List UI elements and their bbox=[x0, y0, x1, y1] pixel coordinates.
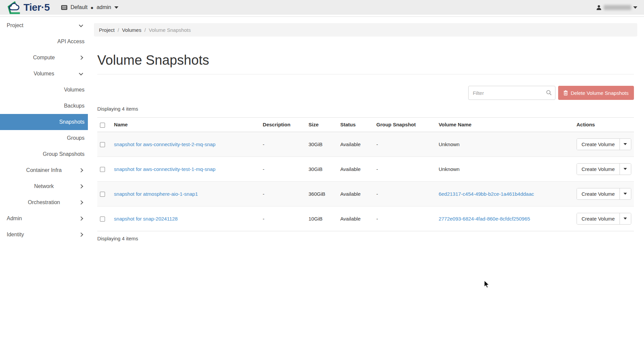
sidebar-item-container-infra[interactable]: Container Infra bbox=[0, 162, 88, 178]
trash-icon bbox=[564, 90, 568, 96]
chevron-down-icon bbox=[624, 193, 627, 195]
sidebar-item-admin[interactable]: Admin bbox=[0, 210, 88, 227]
sidebar-item-groups[interactable]: Groups bbox=[0, 130, 88, 146]
sidebar-item-orchestration[interactable]: Orchestration bbox=[0, 194, 88, 210]
select-all-checkbox[interactable] bbox=[100, 123, 105, 128]
status-cell: Available bbox=[337, 132, 374, 157]
sidebar-item-project[interactable]: Project bbox=[0, 17, 88, 34]
chevron-right-icon bbox=[79, 233, 83, 237]
sidebar-item-label: Compute bbox=[33, 55, 55, 61]
table-toolbar: Delete Volume Snapshots bbox=[97, 86, 634, 100]
chevron-down-icon bbox=[114, 6, 118, 9]
breadcrumb: Project / Volumes / Volume Snapshots bbox=[94, 23, 637, 37]
description-cell: - bbox=[260, 181, 306, 206]
status-cell: Available bbox=[337, 181, 374, 206]
column-header-actions: Actions bbox=[574, 118, 634, 132]
context-project: admin bbox=[97, 4, 111, 10]
sidebar-item-label: Backups bbox=[64, 103, 85, 109]
user-menu[interactable] bbox=[596, 5, 637, 10]
sidebar-item-compute[interactable]: Compute bbox=[0, 50, 88, 66]
row-actions: Create Volume bbox=[577, 138, 631, 150]
column-header-size: Size bbox=[306, 118, 338, 132]
breadcrumb-project[interactable]: Project bbox=[99, 27, 115, 33]
sidebar-item-network[interactable]: Network bbox=[0, 178, 88, 194]
row-actions: Create Volume bbox=[577, 188, 631, 200]
table-row: snapshot for aws-connectivity-test-1-mq-… bbox=[97, 157, 634, 181]
brand-logo[interactable]: Tier·5 bbox=[7, 1, 50, 14]
volume-name-link[interactable]: 2772e093-6824-4fad-860e-8cfdcf250965 bbox=[439, 216, 530, 222]
volume-name-link[interactable]: 6ed21317-c454-49bb-b2ce-1a461b4ddaac bbox=[439, 191, 534, 197]
row-checkbox[interactable] bbox=[100, 192, 105, 197]
snapshot-name-link[interactable]: snapshot for snap-20241128 bbox=[114, 216, 178, 222]
main-content: Project / Volumes / Volume Snapshots Vol… bbox=[88, 17, 644, 362]
group-snapshot-cell: - bbox=[374, 132, 436, 157]
actions-dropdown-toggle[interactable] bbox=[620, 188, 631, 199]
description-cell: - bbox=[260, 206, 306, 231]
context-dot-icon: ● bbox=[91, 5, 94, 10]
row-checkbox[interactable] bbox=[100, 167, 105, 172]
column-header-name[interactable]: Name bbox=[111, 118, 260, 132]
row-checkbox[interactable] bbox=[100, 142, 105, 147]
context-domain: Default bbox=[70, 4, 88, 10]
app-header: Tier·5 Default ● admin bbox=[0, 0, 644, 15]
status-cell: Available bbox=[337, 157, 374, 181]
chevron-right-icon bbox=[79, 184, 83, 189]
breadcrumb-volumes[interactable]: Volumes bbox=[122, 27, 142, 33]
search-icon bbox=[546, 90, 552, 96]
create-volume-button[interactable]: Create Volume bbox=[577, 164, 620, 175]
row-checkbox[interactable] bbox=[100, 217, 105, 222]
snapshot-name-link[interactable]: snapshot for aws-connectivity-test-2-mq-… bbox=[114, 141, 216, 147]
breadcrumb-current: Volume Snapshots bbox=[149, 27, 191, 33]
chevron-down-icon bbox=[79, 23, 83, 27]
column-header-volume-name: Volume Name bbox=[436, 118, 574, 132]
size-cell: 10GiB bbox=[306, 206, 338, 231]
snapshot-name-link[interactable]: snapshot for aws-connectivity-test-1-mq-… bbox=[114, 166, 216, 172]
row-actions: Create Volume bbox=[577, 213, 631, 225]
actions-dropdown-toggle[interactable] bbox=[620, 139, 631, 150]
chevron-down-icon bbox=[79, 71, 83, 75]
delete-button-label: Delete Volume Snapshots bbox=[571, 90, 629, 96]
snapshot-name-link[interactable]: snapshot for atmosphere-aio-1-snap1 bbox=[114, 191, 198, 197]
sidebar-item-backups[interactable]: Backups bbox=[0, 98, 88, 114]
actions-dropdown-toggle[interactable] bbox=[620, 213, 631, 224]
column-header-group-snapshot: Group Snapshot bbox=[374, 118, 436, 132]
user-icon bbox=[596, 5, 602, 10]
volume-name-cell: Unknown bbox=[436, 132, 574, 157]
sidebar-item-label: Orchestration bbox=[28, 199, 60, 205]
chevron-right-icon bbox=[79, 217, 83, 221]
chevron-right-icon bbox=[79, 168, 83, 173]
row-actions: Create Volume bbox=[577, 163, 631, 175]
volume-name-cell: Unknown bbox=[436, 157, 574, 181]
sidebar-item-volumes-group[interactable]: Volumes bbox=[0, 66, 88, 82]
delete-volume-snapshots-button[interactable]: Delete Volume Snapshots bbox=[558, 86, 634, 100]
filter-input[interactable] bbox=[468, 86, 555, 100]
sidebar-item-label: Admin bbox=[7, 216, 22, 222]
sidebar-item-label: API Access bbox=[57, 39, 85, 45]
description-cell: - bbox=[260, 157, 306, 181]
chevron-down-icon bbox=[624, 143, 627, 145]
domain-icon bbox=[61, 5, 67, 10]
sidebar-item-label: Network bbox=[34, 183, 54, 189]
sidebar-item-volumes[interactable]: Volumes bbox=[0, 82, 88, 98]
tier5-cloud-logo-icon bbox=[7, 1, 22, 14]
create-volume-button[interactable]: Create Volume bbox=[577, 139, 620, 150]
status-cell: Available bbox=[337, 206, 374, 231]
sidebar-item-label: Identity bbox=[7, 232, 24, 238]
sidebar-item-label: Volumes bbox=[34, 71, 54, 77]
size-cell: 30GiB bbox=[306, 132, 338, 157]
username-redacted bbox=[604, 5, 631, 10]
page-title: Volume Snapshots bbox=[97, 53, 634, 68]
size-cell: 360GiB bbox=[306, 181, 338, 206]
sidebar-item-identity[interactable]: Identity bbox=[0, 227, 88, 243]
sidebar-item-label: Snapshots bbox=[59, 119, 85, 125]
create-volume-button[interactable]: Create Volume bbox=[577, 188, 620, 199]
group-snapshot-cell: - bbox=[374, 157, 436, 181]
sidebar-item-group-snapshots[interactable]: Group Snapshots bbox=[0, 146, 88, 162]
context-switcher[interactable]: Default ● admin bbox=[61, 4, 118, 10]
chevron-right-icon bbox=[79, 200, 83, 205]
sidebar-item-snapshots[interactable]: Snapshots bbox=[0, 114, 88, 130]
sidebar-item-api-access[interactable]: API Access bbox=[0, 34, 88, 50]
actions-dropdown-toggle[interactable] bbox=[620, 164, 631, 175]
create-volume-button[interactable]: Create Volume bbox=[577, 213, 620, 224]
breadcrumb-separator: / bbox=[144, 27, 146, 33]
